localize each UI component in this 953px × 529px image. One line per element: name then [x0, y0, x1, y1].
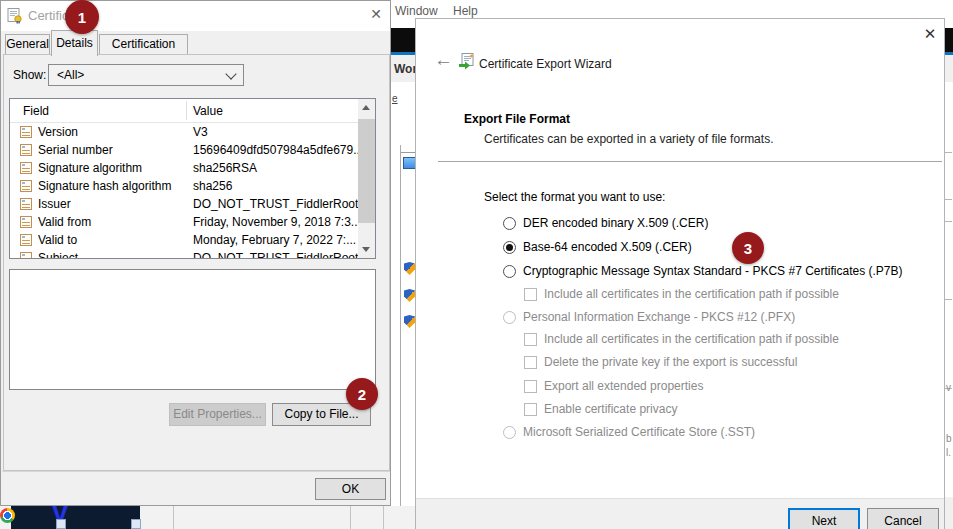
step-badge-3: 3	[732, 232, 764, 264]
background-line-fragment	[945, 152, 952, 153]
option-checkbox-7: Export all extended properties	[524, 378, 703, 394]
format-prompt: Select the format you want to use:	[484, 190, 665, 204]
shield-icon	[404, 289, 415, 302]
cert-table-rows: VersionV3Serial number15696409dfd507984a…	[10, 123, 358, 259]
menu-item-help[interactable]: Help	[453, 4, 478, 18]
field-value: DO_NOT_TRUST_FiddlerRoot,...	[193, 195, 372, 213]
certificate-dialog: Certificate ✕ General Details Certificat…	[0, 0, 391, 506]
checkbox-icon	[524, 403, 537, 416]
field-entry-icon	[20, 144, 32, 156]
format-option-2[interactable]: Cryptographic Message Syntax Standard - …	[503, 263, 903, 279]
option-label: Include all certificates in the certific…	[544, 287, 839, 301]
background-fragment	[945, 55, 953, 82]
option-checkbox-6: Delete the private key if the export is …	[524, 354, 797, 370]
checkbox-icon	[524, 356, 537, 369]
table-row[interactable]: Valid toMonday, February 7, 2022 7:...	[10, 231, 358, 249]
menu-item-window[interactable]: Window	[395, 4, 438, 18]
column-header-field[interactable]: Field	[23, 104, 49, 118]
chevron-down-icon	[225, 68, 236, 79]
format-option-1[interactable]: Base-64 encoded X.509 (.CER)	[503, 239, 692, 255]
table-row[interactable]: VersionV3	[10, 123, 358, 141]
step-badge-1: 1	[65, 0, 99, 34]
background-line-fragment	[945, 221, 952, 222]
field-name: Issuer	[38, 195, 71, 213]
format-option-4: Personal Information Exchange - PKCS #12…	[503, 309, 795, 325]
table-row[interactable]: IssuerDO_NOT_TRUST_FiddlerRoot,...	[10, 195, 358, 213]
column-header-value[interactable]: Value	[193, 104, 223, 118]
background-window-edge	[400, 145, 401, 506]
field-entry-icon	[20, 180, 32, 192]
wizard-title: Certificate Export Wizard	[479, 57, 612, 71]
format-option-0[interactable]: DER encoded binary X.509 (.CER)	[503, 215, 708, 231]
ok-button[interactable]: OK	[315, 478, 386, 500]
edit-properties-button: Edit Properties...	[169, 403, 266, 426]
close-icon[interactable]: ✕	[363, 2, 389, 26]
table-row[interactable]: Signature hash algorithmsha256	[10, 177, 358, 195]
fields-table: Field Value VersionV3Serial number156964…	[9, 98, 376, 259]
option-label: Delete the private key if the export is …	[544, 355, 797, 369]
field-entry-icon	[20, 162, 32, 174]
field-entry-icon	[20, 126, 32, 138]
option-label: Cryptographic Message Syntax Standard - …	[523, 264, 903, 278]
radio-icon[interactable]	[503, 241, 516, 254]
back-arrow-icon[interactable]: ←	[434, 49, 453, 71]
radio-icon	[503, 311, 516, 324]
field-value: V3	[193, 123, 208, 141]
background-line-fragment	[945, 199, 952, 200]
option-label: Export all extended properties	[544, 379, 703, 393]
field-entry-icon	[20, 252, 32, 259]
checkbox-icon	[524, 288, 537, 301]
divider	[173, 506, 174, 529]
chrome-icon[interactable]	[0, 508, 15, 523]
radio-icon[interactable]	[503, 217, 516, 230]
cancel-button[interactable]: Cancel	[867, 508, 939, 529]
radio-icon[interactable]	[503, 265, 516, 278]
next-button[interactable]: Next	[788, 508, 860, 529]
field-value: Friday, November 9, 2018 7:3...	[193, 213, 361, 231]
shield-icon	[404, 315, 415, 328]
certificate-export-wizard: ✕ ← Certificate Export Wizard Export Fil…	[415, 18, 945, 529]
divider	[2, 471, 390, 472]
shortcut-arrow-icon	[56, 519, 66, 529]
show-dropdown-value: <All>	[57, 68, 84, 82]
close-icon[interactable]: ✕	[919, 24, 941, 44]
field-name: Version	[38, 123, 78, 141]
tab-certification-path[interactable]: Certification Path	[99, 34, 188, 55]
table-row[interactable]: Valid fromFriday, November 9, 2018 7:3..…	[10, 213, 358, 231]
desktop-dark-area	[11, 506, 140, 529]
radio-icon	[503, 426, 516, 439]
field-name: Valid from	[38, 213, 91, 231]
table-row[interactable]: Serial number15696409dfd507984a5dfe679..…	[10, 141, 358, 159]
field-value: DO_NOT_TRUST_FiddlerRoot	[193, 249, 358, 259]
certificate-export-icon	[458, 53, 476, 70]
show-dropdown[interactable]: <All>	[48, 64, 244, 86]
field-detail-box	[9, 269, 376, 390]
shortcut-arrow-icon	[131, 519, 141, 529]
scroll-down-icon[interactable]	[362, 247, 370, 252]
scrollbar-thumb[interactable]	[358, 119, 375, 223]
desktop-strip: V	[0, 506, 415, 529]
option-checkbox-3: Include all certificates in the certific…	[524, 286, 839, 302]
checkbox-icon	[524, 333, 537, 346]
background-tab-fragment: Wor	[391, 55, 417, 82]
dialog-titlebar: Certificate ✕	[1, 1, 390, 31]
tab-general[interactable]: General	[5, 34, 50, 55]
background-text-fragment: b	[946, 433, 952, 444]
scrollbar[interactable]	[358, 99, 375, 258]
background-text-fragment: v	[946, 382, 951, 393]
option-label: Include all certificates in the certific…	[544, 332, 839, 346]
table-row[interactable]: Signature algorithmsha256RSA	[10, 159, 358, 177]
table-row[interactable]: SubjectDO_NOT_TRUST_FiddlerRoot	[10, 249, 358, 259]
option-label: Base-64 encoded X.509 (.CER)	[523, 240, 692, 254]
field-entry-icon	[20, 216, 32, 228]
divider	[383, 506, 384, 529]
background-line-fragment	[401, 152, 415, 153]
option-label: Personal Information Exchange - PKCS #12…	[523, 310, 795, 324]
scroll-up-icon[interactable]	[362, 105, 370, 110]
field-value: Monday, February 7, 2022 7:...	[193, 231, 356, 249]
option-checkbox-5: Include all certificates in the certific…	[524, 331, 839, 347]
background-link-fragment: e	[392, 93, 398, 104]
option-checkbox-8: Enable certificate privacy	[524, 401, 677, 417]
column-divider[interactable]	[186, 101, 187, 120]
tab-details[interactable]: Details	[51, 30, 98, 56]
